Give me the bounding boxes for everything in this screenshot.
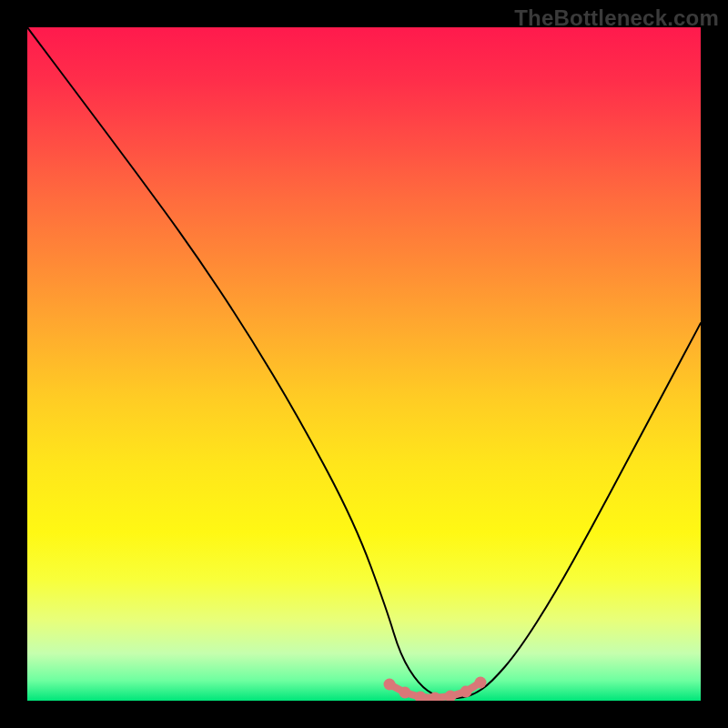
minimum-dot xyxy=(475,677,487,689)
minimum-dot xyxy=(460,686,472,698)
minimum-dot xyxy=(384,679,396,691)
plot-area xyxy=(27,27,701,701)
watermark-label: TheBottleneck.com xyxy=(514,5,719,31)
minimum-dot-group xyxy=(384,677,487,702)
chart-frame: TheBottleneck.com xyxy=(0,0,728,728)
curve-svg xyxy=(27,27,701,701)
minimum-dot xyxy=(399,687,411,699)
bottleneck-curve xyxy=(27,27,701,698)
